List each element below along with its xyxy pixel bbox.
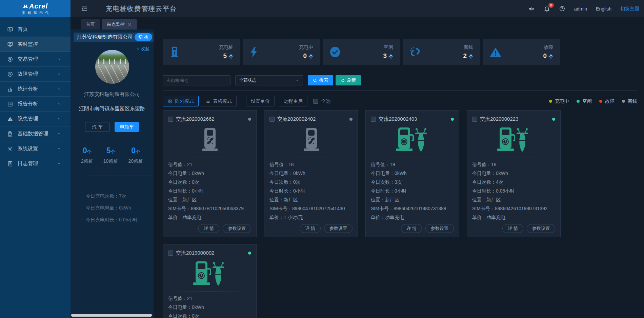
device-title: 交流2020000223 (480, 116, 518, 122)
device-field: 今日时长：0小时 (371, 186, 454, 195)
gun-number-input[interactable] (163, 75, 230, 85)
brand-subtext: 安科瑞电气 (20, 11, 51, 15)
switch-station-button[interactable]: 切 换 (135, 33, 152, 41)
status-dot (248, 118, 251, 121)
summary-label: 充电中 (299, 44, 313, 51)
statistics-icon (7, 86, 14, 92)
summary-label: 离线 (463, 44, 473, 51)
set-price-button[interactable]: 设置单价 (246, 96, 275, 106)
vehicle-tab-car[interactable]: 汽 车 (85, 122, 109, 132)
chevron-down-icon (56, 102, 62, 106)
device-card: 交流2020002402信号值：18今日电量：0kWh今日次数：0次今日时长：0… (264, 110, 358, 237)
select-all-checkbox[interactable] (313, 99, 318, 104)
device-field: 信号值：18 (472, 160, 555, 169)
legend-label: 充电中 (555, 98, 569, 104)
sidebar-item-report[interactable]: 报告分析 (0, 97, 71, 112)
pile-scooter-icon (168, 256, 251, 292)
sidebar-item-log[interactable]: 日志管理 (0, 156, 71, 171)
right-column: 充电桩收费管理云平台 0 admin English 切换主题 首页 (71, 0, 644, 318)
device-title: 交流2020002403 (379, 116, 417, 122)
username[interactable]: admin (574, 6, 587, 12)
sidebar-item-home[interactable]: 首页 (0, 22, 71, 37)
detail-button[interactable]: 详 情 (401, 224, 422, 233)
param-settings-button[interactable]: 参数设置 (223, 224, 251, 233)
remote-restart-button[interactable]: 远程重启 (279, 96, 307, 106)
sidebar-item-basedata[interactable]: 基础数据管理 (0, 126, 71, 141)
station-titlebar: 江苏安科瑞制造有限公司 切 换 (74, 33, 154, 42)
collapse-menu-icon[interactable] (81, 5, 88, 13)
status-select[interactable]: 全部状态 (235, 75, 303, 85)
sidebar-item-realtime[interactable]: 实时监控 (0, 37, 71, 52)
refresh-button[interactable]: 刷新 (336, 75, 361, 85)
sidebar-item-hazard[interactable]: 隐患管理 (0, 112, 71, 126)
device-field: 今日次数：0次 (269, 178, 353, 186)
device-checkbox[interactable] (269, 117, 275, 122)
tab-home[interactable]: 首页 (81, 19, 100, 29)
chevron-left-icon (136, 47, 140, 51)
device-field: SIM卡号：89860478102072541430 (269, 204, 353, 213)
offline-pile-icon (269, 122, 353, 158)
hazard-icon (7, 116, 14, 122)
device-checkbox[interactable] (168, 251, 173, 256)
language-switch[interactable]: English (596, 6, 611, 12)
search-button[interactable]: 搜索 (308, 75, 333, 85)
detail-button[interactable]: 详 情 (502, 224, 523, 233)
home-icon (7, 26, 14, 33)
refresh-icon (341, 78, 345, 83)
detail-button[interactable]: 详 情 (198, 224, 219, 233)
device-field: 今日次数：0次 (168, 178, 251, 186)
chevron-down-icon (56, 147, 62, 151)
chevron-down-icon (295, 78, 299, 82)
mute-icon[interactable] (528, 5, 535, 12)
param-settings-button[interactable]: 参数设置 (324, 224, 353, 233)
sidebar-item-label: 基础数据管理 (18, 131, 48, 137)
theme-switch-link[interactable]: 切换主题 (620, 6, 639, 12)
station-address: 江阴市南闸镇东盟园区东盟路 (71, 105, 154, 112)
device-title: 交流2020002402 (277, 116, 316, 122)
summary-count: 0个 (543, 52, 553, 60)
help-icon[interactable] (559, 5, 565, 12)
horizontal-scrollbar[interactable] (71, 314, 152, 317)
station-divider (86, 176, 150, 176)
notification-bell-icon[interactable]: 0 (544, 5, 550, 12)
summary-card-idle: 空闲3个 (323, 39, 400, 65)
detail-button[interactable]: 详 情 (300, 224, 321, 233)
select-all[interactable]: 全选 (313, 98, 330, 104)
today-stats: 今日充电次数：7次今日充电电量：0kWh今日充电时长：0.05小时 (71, 190, 154, 226)
device-divider (171, 158, 248, 158)
pile-stat-count: 5个 (103, 146, 118, 155)
offline-pile-icon (168, 122, 251, 158)
tab-close-icon[interactable]: ✕ (128, 22, 132, 27)
status-legend: 充电中空闲故障离线 (549, 98, 637, 104)
device-card: 交流2020000223信号值：18今日电量：0kWh今日次数：4次今日时长：0… (467, 110, 561, 237)
sidebar-item-label: 报告分析 (18, 101, 38, 107)
tab-station-monitor[interactable]: 站点监控 ✕ (102, 19, 137, 29)
device-grid: 交流2020002662信号值：21今日电量：0kWh今日次数：0次今日时长：0… (163, 110, 637, 318)
sidebar-item-stats[interactable]: 统计分析 (0, 82, 71, 97)
table-mode-button[interactable]: 表格模式 (201, 96, 237, 106)
device-field: 位置：新厂区 (168, 195, 251, 204)
brand-text: Acrel (29, 2, 48, 10)
vehicle-tab-scooter[interactable]: 电瓶车 (115, 122, 139, 132)
chevron-down-icon (56, 57, 62, 61)
summary-card-charging: 充电中0个 (243, 39, 320, 65)
device-field: 单价：功率充电 (371, 213, 454, 222)
realtime-monitor-icon (7, 41, 14, 47)
param-settings-button[interactable]: 参数设置 (527, 224, 555, 233)
sidebar-item-trade[interactable]: 交易管理 (0, 52, 71, 67)
device-card: 交流2019000002信号值：21今日电量：0kWh今日次数：0次今日时长：0… (163, 244, 257, 318)
chevron-down-icon (56, 117, 62, 121)
device-checkbox[interactable] (371, 117, 376, 122)
warning-triangle-icon (489, 47, 502, 58)
device-divider (171, 292, 248, 292)
sidebar-item-system[interactable]: 系统设置 (0, 141, 71, 156)
device-checkbox[interactable] (472, 117, 477, 122)
chevron-down-icon (56, 132, 62, 136)
param-settings-button[interactable]: 参数设置 (425, 224, 454, 233)
device-checkbox[interactable] (168, 117, 173, 122)
summary-label: 空闲 (383, 44, 393, 51)
device-field: SIM卡号：89860426101980731392 (472, 204, 555, 213)
bolt-icon (249, 46, 258, 58)
sidebar-item-fault[interactable]: 故障管理 (0, 67, 71, 82)
grid-mode-button[interactable]: 阵列模式 (163, 96, 199, 106)
